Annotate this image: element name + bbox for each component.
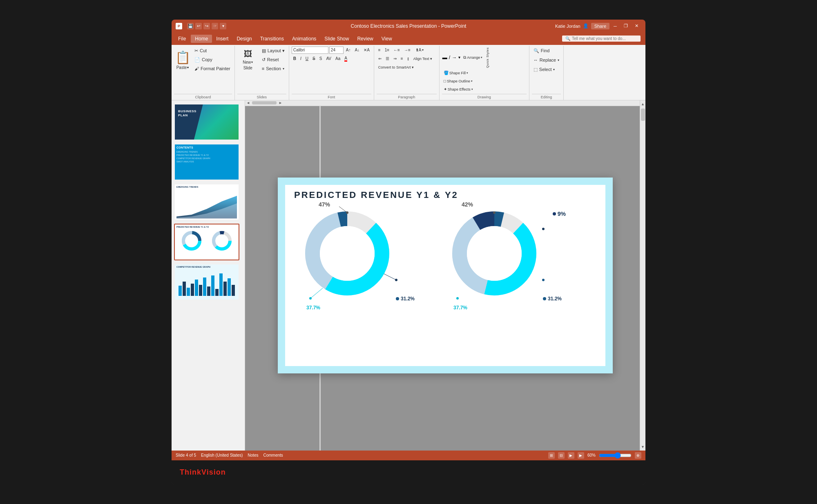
- menu-insert[interactable]: Insert: [212, 35, 232, 43]
- menu-home[interactable]: Home: [191, 35, 212, 43]
- user-area[interactable]: Katie Jordan 👤 Share: [555, 22, 609, 30]
- save-button[interactable]: 💾: [187, 23, 194, 29]
- clear-format-button[interactable]: ✕A: [362, 47, 371, 54]
- copy-button[interactable]: 📄 Copy: [193, 56, 232, 64]
- shape-arrow-icon[interactable]: →: [451, 54, 457, 61]
- slide-sorter-button[interactable]: ⊟: [558, 452, 565, 459]
- zoom-slider[interactable]: [599, 453, 632, 458]
- char-spacing-button[interactable]: AV: [324, 55, 333, 62]
- shape-line-icon[interactable]: /: [449, 54, 451, 61]
- section-button[interactable]: ≡ Section ▾: [260, 64, 286, 73]
- top-scrollbar[interactable]: ◄ ►: [245, 100, 640, 106]
- slide-canvas-area[interactable]: PREDICTED REVENUE Y1 & Y2 47%: [245, 100, 645, 451]
- notes-status[interactable]: Notes: [248, 453, 258, 457]
- font-name-input[interactable]: Calibri: [292, 47, 328, 54]
- align-right-button[interactable]: ⇒: [392, 55, 398, 62]
- shape-fill-button[interactable]: 🪣 Shape Fill ▾: [442, 69, 470, 77]
- scroll-right-arrow[interactable]: ►: [277, 101, 283, 105]
- underline-button[interactable]: U: [304, 55, 310, 62]
- scroll-up-arrow[interactable]: ▲: [639, 100, 645, 108]
- justify-button[interactable]: ≡: [399, 55, 405, 62]
- arrange-button[interactable]: ⧉ Arrange ▾: [462, 54, 484, 61]
- menu-review[interactable]: Review: [353, 35, 377, 43]
- menu-transitions[interactable]: Transitions: [256, 35, 288, 43]
- reading-view-button[interactable]: ▶: [568, 452, 574, 459]
- convert-smartart-button[interactable]: Convert to SmartArt ▾: [377, 64, 415, 71]
- select-button[interactable]: ⬚ Select ▾: [532, 65, 557, 74]
- paste-button[interactable]: 📋 Paste ▾: [174, 47, 191, 73]
- increase-font-button[interactable]: A↑: [344, 47, 353, 54]
- slide-content: PREDICTED REVENUE Y1 & Y2 47%: [278, 178, 613, 306]
- text-direction-button[interactable]: ⬆A ▾: [414, 47, 426, 54]
- font-color-button[interactable]: A: [343, 55, 349, 62]
- slideshow-button[interactable]: ▶: [578, 452, 584, 459]
- bold-button[interactable]: B: [292, 55, 298, 62]
- slide-thumb-3[interactable]: EMERGING TRENDS: [174, 184, 239, 220]
- replace-button[interactable]: ↔ Replace ▾: [532, 56, 561, 64]
- new-slide-button[interactable]: 🖼 New ▾ Slide: [237, 47, 259, 73]
- shadow-button[interactable]: S: [318, 55, 324, 62]
- find-button[interactable]: 🔍 Find: [532, 47, 551, 55]
- columns-button[interactable]: ⫿: [406, 55, 411, 62]
- bullets-button[interactable]: ≡: [377, 47, 382, 54]
- slide-1-bg: [194, 104, 239, 140]
- italic-button[interactable]: I: [299, 55, 303, 62]
- menu-design[interactable]: Design: [232, 35, 256, 43]
- strikethrough-button[interactable]: S: [311, 55, 317, 62]
- menu-view[interactable]: View: [377, 35, 396, 43]
- cut-button[interactable]: ✂ Cut: [193, 47, 232, 55]
- close-button[interactable]: ✕: [632, 22, 641, 30]
- h-scroll-thumb[interactable]: [252, 101, 277, 104]
- layout-button[interactable]: ▤ Layout ▾: [260, 47, 286, 55]
- menu-file[interactable]: File: [173, 35, 191, 43]
- share-label[interactable]: Share: [591, 23, 609, 29]
- slide-thumb-1[interactable]: BUSINESSPLAN: [174, 104, 239, 140]
- scroll-thumb[interactable]: [641, 109, 645, 121]
- restore-button[interactable]: ❐: [621, 22, 631, 30]
- align-left-button[interactable]: ⇐: [377, 55, 383, 62]
- reset-button[interactable]: ↺ Reset: [260, 56, 286, 64]
- main-slide-title: PREDICTED REVENUE Y1 & Y2: [294, 190, 596, 200]
- shape-more-icon[interactable]: ▾: [458, 55, 461, 60]
- touch-button[interactable]: ☞: [212, 23, 218, 29]
- editing-group: 🔍 Find ↔ Replace ▾ ⬚ Select ▾ Editing: [529, 46, 564, 100]
- numbering-button[interactable]: 1≡: [383, 47, 391, 54]
- slide-2-item-3: COMPETITOR REVENUE GRAPH: [176, 157, 237, 160]
- minimize-button[interactable]: ─: [610, 22, 620, 30]
- more-button[interactable]: ▾: [220, 23, 226, 29]
- comments-status[interactable]: Comments: [263, 453, 283, 457]
- slide-thumb-2[interactable]: CONTENTS EMERGING TRENDS PREDICTED REVEN…: [174, 144, 239, 180]
- menu-slideshow[interactable]: Slide Show: [320, 35, 353, 43]
- font-size-input[interactable]: 24: [329, 47, 344, 54]
- main-slide[interactable]: PREDICTED REVENUE Y1 & Y2 47%: [278, 178, 613, 373]
- donut-chart-1-wrapper: 47%: [302, 209, 392, 298]
- normal-view-button[interactable]: ⊞: [548, 452, 555, 459]
- undo-button[interactable]: ↩: [195, 23, 202, 29]
- status-right: ⊞ ⊟ ▶ ▶ 60% ⊕: [548, 452, 641, 459]
- decrease-font-button[interactable]: A↓: [353, 47, 362, 54]
- donut-1-label-377: 37.7%: [306, 305, 320, 311]
- svg-point-28: [309, 297, 312, 300]
- menu-animations[interactable]: Animations: [288, 35, 320, 43]
- shape-effects-button[interactable]: ✦ Shape Effects ▾: [442, 86, 475, 93]
- decrease-indent-button[interactable]: ←≡: [392, 47, 402, 54]
- scroll-left-arrow[interactable]: ◄: [245, 101, 251, 105]
- change-case-button[interactable]: Aa: [334, 55, 342, 62]
- shape-outline-button[interactable]: □ Shape Outline ▾: [442, 78, 474, 85]
- zoom-fit-button[interactable]: ⊕: [635, 452, 641, 459]
- scroll-down-arrow[interactable]: ▼: [639, 443, 645, 451]
- shape-rect-icon[interactable]: ▬: [442, 54, 448, 61]
- search-input[interactable]: [572, 36, 637, 41]
- format-painter-button[interactable]: 🖌 Format Painter: [193, 64, 232, 73]
- right-scrollbar[interactable]: ▲ ▼: [640, 100, 645, 451]
- arrange-icon: ⧉: [463, 55, 466, 60]
- increase-indent-button[interactable]: →≡: [402, 47, 412, 54]
- align-text-button[interactable]: Align Text ▾: [412, 55, 434, 62]
- slide-thumb-4[interactable]: PREDICTED REVENUE Y1 & Y2: [174, 224, 239, 260]
- decrease-font-icon: A↓: [355, 48, 360, 52]
- align-center-button[interactable]: ☰: [384, 55, 391, 62]
- slide-3-content: EMERGING TRENDS: [175, 184, 239, 220]
- slide-thumb-5[interactable]: COMPETITOR REVENUE GRAPH: [174, 264, 239, 300]
- redo-button[interactable]: ↪: [203, 23, 210, 29]
- drawing-group: ▬ / → ▾ ⧉ Arrange ▾ Quick Styles: [440, 46, 529, 100]
